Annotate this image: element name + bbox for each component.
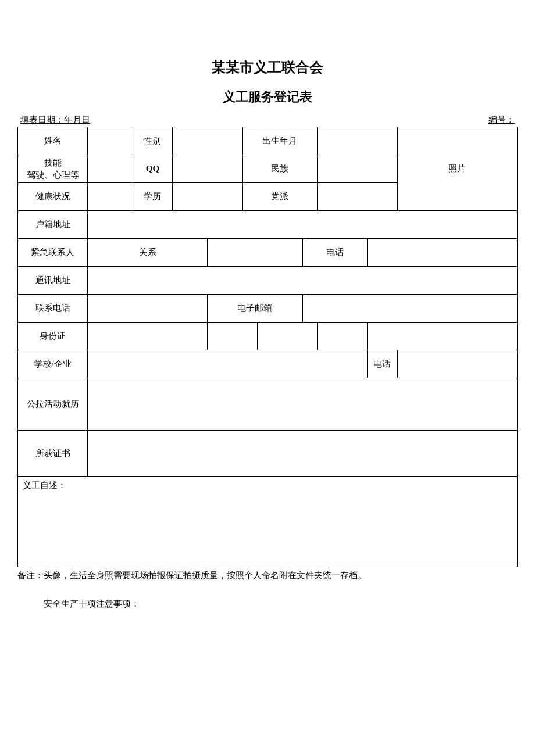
mailing-address-label: 通讯地址 bbox=[18, 267, 88, 295]
header-row: 填表日期：年月日 编号： bbox=[17, 114, 518, 127]
registered-address-value[interactable] bbox=[88, 211, 518, 239]
school-company-label: 学校/企业 bbox=[18, 350, 88, 378]
gender-value[interactable] bbox=[173, 127, 242, 155]
document-title: 某某市义工联合会 bbox=[17, 58, 518, 77]
school-company-value[interactable] bbox=[88, 350, 368, 378]
idcard-label: 身份证 bbox=[18, 323, 88, 350]
contact-phone-label: 联系电话 bbox=[18, 295, 88, 323]
education-label: 学历 bbox=[133, 183, 173, 211]
name-label: 姓名 bbox=[18, 127, 88, 155]
idcard-value-3[interactable] bbox=[258, 323, 318, 350]
photo-cell: 照片 bbox=[397, 127, 517, 211]
skill-value[interactable] bbox=[88, 155, 133, 183]
certificates-label: 所获证书 bbox=[18, 431, 88, 477]
idcard-value-1[interactable] bbox=[88, 323, 208, 350]
ethnicity-label: 民族 bbox=[242, 155, 318, 183]
birthdate-value[interactable] bbox=[318, 127, 397, 155]
self-statement-label: 义工自述： bbox=[23, 481, 66, 490]
relation-value[interactable] bbox=[208, 239, 302, 267]
registered-address-label: 户籍地址 bbox=[18, 211, 88, 239]
gender-label: 性别 bbox=[133, 127, 173, 155]
idcard-value-2[interactable] bbox=[208, 323, 258, 350]
contact-phone-value[interactable] bbox=[88, 295, 208, 323]
activity-history-value[interactable] bbox=[88, 378, 518, 431]
relation-label: 关系 bbox=[88, 239, 208, 267]
birthdate-label: 出生年月 bbox=[242, 127, 318, 155]
idcard-value-5[interactable] bbox=[368, 323, 518, 350]
skill-label: 技能 驾驶、心理等 bbox=[18, 155, 88, 183]
registration-table: 姓名 性别 出生年月 照片 技能 驾驶、心理等 QQ 民族 健康状况 学历 党派… bbox=[17, 127, 518, 567]
health-label: 健康状况 bbox=[18, 183, 88, 211]
email-label: 电子邮箱 bbox=[208, 295, 302, 323]
idcard-value-4[interactable] bbox=[318, 323, 368, 350]
email-value[interactable] bbox=[302, 295, 517, 323]
emergency-phone-value[interactable] bbox=[368, 239, 518, 267]
name-value[interactable] bbox=[88, 127, 133, 155]
qq-value[interactable] bbox=[173, 155, 242, 183]
activity-history-label: 公拉活动就历 bbox=[18, 378, 88, 431]
education-value[interactable] bbox=[173, 183, 242, 211]
party-label: 党派 bbox=[242, 183, 318, 211]
document-subtitle: 义工服务登记表 bbox=[17, 88, 518, 106]
ethnicity-value[interactable] bbox=[318, 155, 397, 183]
mailing-address-value[interactable] bbox=[88, 267, 518, 295]
qq-label: QQ bbox=[133, 155, 173, 183]
emergency-contact-label: 紧急联系人 bbox=[18, 239, 88, 267]
certificates-value[interactable] bbox=[88, 431, 518, 477]
self-statement-cell[interactable]: 义工自述： bbox=[18, 477, 518, 567]
party-value[interactable] bbox=[318, 183, 397, 211]
emergency-phone-label: 电话 bbox=[302, 239, 368, 267]
health-value[interactable] bbox=[88, 183, 133, 211]
school-phone-label: 电话 bbox=[368, 350, 398, 378]
fill-date-label: 填表日期：年月日 bbox=[20, 114, 90, 126]
safety-note-text: 安全生产十项注意事项： bbox=[44, 599, 518, 610]
note-text: 备注：头像，生活全身照需要现场拍报保证拍摄质量，按照个人命名附在文件夹统一存档。 bbox=[17, 570, 518, 581]
number-label: 编号： bbox=[488, 114, 515, 126]
school-phone-value[interactable] bbox=[397, 350, 517, 378]
